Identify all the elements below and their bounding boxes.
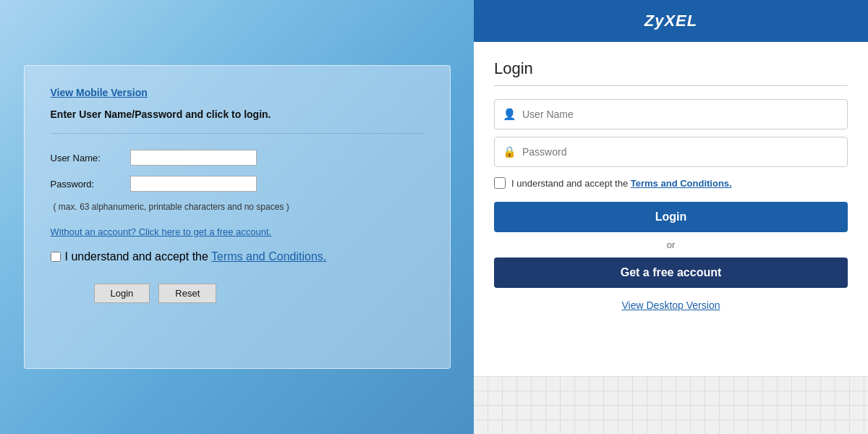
zyxel-brand: ZyXEL: [474, 12, 868, 30]
terms-text: I understand and accept the Terms and Co…: [65, 250, 327, 263]
right-panel: ZyXEL Login 👤 🔒 I understand and accept …: [474, 0, 868, 434]
login-instruction: Enter User Name/Password and click to lo…: [51, 109, 424, 120]
terms-checkbox[interactable]: [51, 252, 61, 262]
password-label: Password:: [51, 179, 130, 190]
password-row: Password:: [51, 176, 424, 192]
username-input[interactable]: [130, 150, 257, 166]
right-content: Login 👤 🔒 I understand and accept the Te…: [474, 42, 868, 376]
login-button[interactable]: Login: [94, 284, 150, 303]
password-group: 🔒: [494, 137, 848, 167]
zyxel-header: ZyXEL: [474, 0, 868, 42]
reset-button[interactable]: Reset: [158, 284, 216, 303]
terms-row: I understand and accept the Terms and Co…: [51, 250, 424, 263]
free-account-button[interactable]: Get a free account: [494, 258, 848, 288]
view-desktop-link[interactable]: View Desktop Version: [494, 299, 848, 311]
right-username-input[interactable]: [494, 99, 848, 129]
password-hint: ( max. 63 alphanumeric, printable charac…: [54, 202, 424, 212]
right-terms-link[interactable]: Terms and Conditions.: [631, 178, 732, 189]
right-divider: [494, 85, 848, 86]
right-footer: [474, 376, 868, 434]
right-terms-label: I understand and accept the Terms and Co…: [511, 178, 732, 189]
username-row: User Name:: [51, 150, 424, 166]
button-row: Login Reset: [94, 284, 424, 303]
desktop-login-box: View Mobile Version Enter User Name/Pass…: [24, 65, 451, 369]
free-account-link[interactable]: Without an account? Click here to get a …: [51, 226, 272, 237]
or-divider: or: [494, 239, 848, 250]
right-terms-row: I understand and accept the Terms and Co…: [494, 177, 848, 189]
terms-link[interactable]: Terms and Conditions.: [211, 250, 326, 263]
username-group: 👤: [494, 99, 848, 129]
left-panel: View Mobile Version Enter User Name/Pass…: [0, 0, 474, 434]
top-divider: [51, 133, 424, 134]
right-login-button[interactable]: Login: [494, 202, 848, 232]
password-input[interactable]: [130, 176, 257, 192]
right-terms-checkbox[interactable]: [494, 177, 506, 189]
user-icon: 👤: [503, 108, 516, 121]
lock-icon: 🔒: [503, 145, 516, 158]
username-label: User Name:: [51, 153, 130, 163]
right-password-input[interactable]: [494, 137, 848, 167]
view-mobile-link[interactable]: View Mobile Version: [51, 87, 148, 98]
login-heading: Login: [494, 59, 848, 78]
